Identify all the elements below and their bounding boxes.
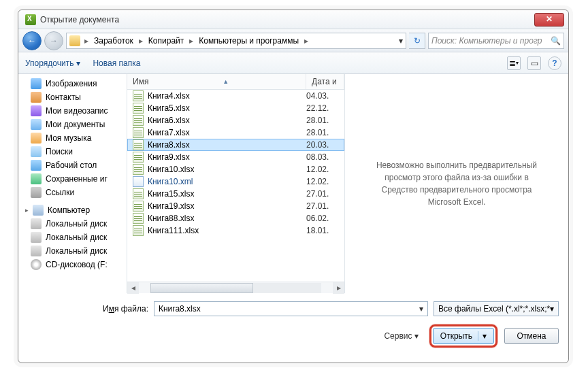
xlsx-file-icon	[133, 201, 144, 212]
file-name: Книга5.xlsx	[148, 103, 302, 113]
sidebar-computer[interactable]: ▸Компьютер	[18, 203, 127, 217]
file-name: Книга88.xlsx	[148, 214, 302, 223]
sidebar-item[interactable]: Изображения	[18, 77, 127, 90]
back-button[interactable]: ←	[22, 31, 42, 50]
scroll-left-icon[interactable]: ◂	[127, 282, 139, 294]
window-title: Открытие документа	[40, 15, 119, 24]
filename-input[interactable]: Книга8.xlsx ▾	[154, 301, 428, 316]
file-name: Книга6.xlsx	[148, 116, 302, 125]
file-date: 12.02.	[306, 165, 339, 174]
close-button[interactable]: ✕	[534, 13, 564, 27]
list-icon: ≣	[509, 58, 516, 68]
chevron-down-icon[interactable]: ▾	[478, 331, 487, 341]
file-date: 08.03.	[306, 152, 339, 162]
chevron-down-icon[interactable]: ▾	[399, 36, 403, 46]
scroll-right-icon[interactable]: ▸	[333, 282, 344, 294]
sidebar-item[interactable]: Рабочий стол	[18, 158, 127, 172]
file-row[interactable]: Книга10.xlsx12.02.	[127, 163, 344, 175]
file-row[interactable]: Книга111.xlsx18.01.	[127, 224, 344, 237]
new-folder-button[interactable]: Новая папка	[93, 58, 140, 68]
column-date[interactable]: Дата и	[306, 74, 344, 89]
file-type-filter[interactable]: Все файлы Excel (*.xl*;*.xlsx;*.xl ▾	[434, 301, 559, 316]
file-name: Книга111.xlsx	[148, 226, 302, 235]
file-row[interactable]: Книга8.xlsx20.03.	[127, 139, 344, 151]
file-pane: Имя ▲ Дата и Книга4.xlsx04.03.Книга5.xls…	[127, 74, 568, 293]
sidebar-item[interactable]: Мои документы	[18, 118, 127, 131]
file-row[interactable]: Книга6.xlsx28.01.	[127, 114, 344, 127]
sidebar-item-label: Мои документы	[46, 120, 105, 129]
xlsx-file-icon	[133, 188, 144, 199]
chevron-down-icon: ▾	[516, 60, 519, 66]
help-button[interactable]: ?	[548, 56, 561, 70]
chevron-right-icon: ▸	[137, 36, 144, 46]
file-row[interactable]: Книга9.xlsx08.03.	[127, 151, 344, 163]
file-row[interactable]: Книга10.xml12.02.	[127, 175, 344, 188]
xlsx-file-icon	[133, 115, 144, 126]
link-icon	[31, 187, 42, 198]
file-date: 27.01.	[306, 201, 339, 211]
breadcrumb-seg[interactable]: Заработок	[91, 36, 136, 46]
sidebar-drive[interactable]: Локальный диск	[18, 217, 127, 231]
body-area: ИзображенияКонтактыМои видеозаписМои док…	[18, 74, 568, 293]
sidebar-drive[interactable]: CD-дисковод (F:	[18, 258, 127, 271]
chevron-down-icon[interactable]: ▾	[419, 304, 423, 314]
sidebar-drive[interactable]: Локальный диск	[18, 231, 127, 244]
horizontal-scrollbar[interactable]: ◂ ▸	[127, 282, 344, 293]
refresh-button[interactable]: ↻	[409, 33, 425, 49]
video-icon	[31, 105, 42, 116]
preview-pane-button[interactable]: ▭	[527, 56, 541, 70]
computer-icon	[33, 205, 44, 216]
sidebar-item[interactable]: Моя музыка	[18, 131, 127, 145]
breadcrumb-seg[interactable]: Компьютеры и программы	[196, 36, 301, 46]
file-row[interactable]: Книга19.xlsx27.01.	[127, 200, 344, 212]
excel-app-icon	[25, 14, 36, 25]
sidebar-item-label: Изображения	[46, 79, 97, 88]
disk-icon	[31, 218, 42, 229]
file-row[interactable]: Книга7.xlsx28.01.	[127, 127, 344, 139]
search-input[interactable]: Поиск: Компьютеры и прогр 🔍	[428, 33, 564, 49]
sidebar-item-label: Моя музыка	[46, 133, 91, 143]
file-date: 20.03.	[306, 140, 339, 150]
sidebar-item[interactable]: Сохраненные иг	[18, 172, 127, 186]
xlsx-file-icon	[133, 225, 144, 236]
help-icon: ?	[552, 58, 557, 68]
sidebar-item[interactable]: Ссылки	[18, 186, 127, 199]
view-options-button[interactable]: ≣ ▾	[507, 56, 521, 70]
forward-button[interactable]: →	[44, 31, 63, 50]
cancel-button[interactable]: Отмена	[504, 328, 559, 344]
file-date: 12.02.	[306, 177, 339, 186]
column-name[interactable]: Имя ▲	[127, 74, 306, 89]
sidebar-item[interactable]: Контакты	[18, 90, 127, 104]
sidebar-item-label: Ссылки	[46, 188, 74, 197]
open-button[interactable]: Открыть ▾	[433, 328, 494, 344]
footer: Имя файла: Книга8.xlsx ▾ Все файлы Excel…	[18, 293, 568, 354]
folder-icon	[69, 35, 80, 46]
file-row[interactable]: Книга4.xlsx04.03.	[127, 90, 344, 102]
chevron-down-icon: ▾	[550, 304, 554, 314]
organize-button[interactable]: Упорядочить ▾	[25, 58, 80, 68]
sidebar-drive[interactable]: Локальный диск	[18, 244, 127, 258]
sidebar-item[interactable]: Мои видеозапис	[18, 104, 127, 118]
tools-button[interactable]: Сервис ▾	[384, 331, 422, 341]
breadcrumb-seg[interactable]: Копирайт	[146, 36, 186, 46]
xlsx-file-icon	[133, 164, 144, 175]
xlsx-file-icon	[133, 103, 144, 114]
file-row[interactable]: Книга5.xlsx22.12.	[127, 102, 344, 114]
pic-icon	[31, 78, 42, 89]
refresh-icon: ↻	[414, 36, 421, 46]
scroll-thumb[interactable]	[150, 283, 253, 293]
chevron-down-icon: ▾	[414, 331, 419, 341]
file-row[interactable]: Книга15.xlsx27.01.	[127, 188, 344, 200]
save-icon	[31, 173, 42, 184]
search-placeholder: Поиск: Компьютеры и прогр	[431, 36, 542, 46]
file-list: Имя ▲ Дата и Книга4.xlsx04.03.Книга5.xls…	[127, 74, 345, 293]
open-button-highlight: Открыть ▾	[429, 324, 497, 348]
file-name: Книга4.xlsx	[148, 91, 302, 101]
sidebar-item[interactable]: Поиски	[18, 145, 127, 158]
filename-label: Имя файла:	[103, 304, 148, 314]
open-file-dialog: Открытие документа ✕ ← → ▸ Заработок ▸ К…	[18, 10, 569, 363]
breadcrumb[interactable]: ▸ Заработок ▸ Копирайт ▸ Компьютеры и пр…	[66, 33, 406, 49]
sidebar-item-label: Поиски	[46, 147, 73, 156]
file-row[interactable]: Книга88.xlsx06.02.	[127, 212, 344, 224]
search-icon	[31, 146, 42, 157]
